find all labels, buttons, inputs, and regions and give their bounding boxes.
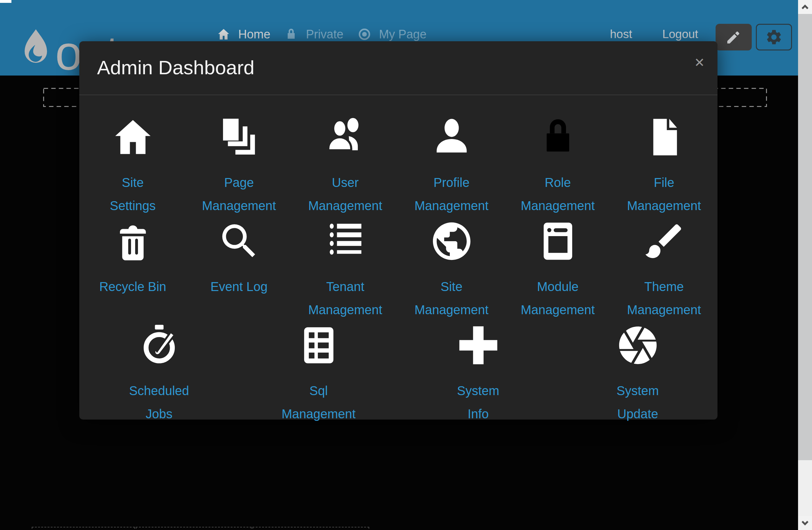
plus-icon [456,323,501,368]
pencil-icon [725,28,742,46]
tile-tenant-management[interactable]: Tenant Management [292,217,398,321]
tile-module-management[interactable]: Module Management [505,217,611,321]
aperture-icon [615,323,661,368]
tile-label: File Management [627,171,701,217]
timer-icon [137,323,182,368]
brand-logo[interactable]: oqtane [21,20,51,73]
nav-item-label: My Page [379,28,426,41]
nav-item-label: Home [238,28,270,41]
nav-item-label: Private [306,28,343,41]
tile-profile-management[interactable]: Profile Management [398,113,505,217]
tile-label: Sql Management [282,379,356,426]
lock-icon [284,27,298,41]
nav-item-home[interactable]: Home [217,27,270,41]
tiles-row-1: Site Settings Page Management User Manag… [79,113,717,217]
tiles-row-2: Recycle Bin Event Log Tenant Management … [79,217,717,321]
tile-site-settings[interactable]: Site Settings [79,113,186,217]
tile-event-log[interactable]: Event Log [186,217,292,321]
edit-mode-button[interactable] [715,24,752,51]
bottom-clipped-strip: 4555 X 155X0X 5150 451 00X [0,527,812,530]
tile-label: Event Log [210,275,267,298]
tile-label: User Management [308,171,382,217]
gear-icon [765,28,783,46]
home-icon [111,115,156,160]
people-icon [323,115,368,160]
trash-icon [111,219,156,264]
brush-icon [642,219,687,264]
person-icon [429,115,474,160]
tile-file-management[interactable]: File Management [611,113,717,217]
module-icon [535,219,580,264]
sqltable-icon [296,323,341,368]
tile-label: Site Management [415,275,489,321]
clipped-text: 5150 451 00X [140,528,191,530]
tile-label: Page Management [202,171,276,217]
tile-label: System Info [457,379,499,426]
lock-icon [535,115,580,160]
window-artifact [0,0,11,3]
modal-body: Site Settings Page Management User Manag… [79,95,717,426]
tile-label: Role Management [521,171,595,217]
screen: oqtane Home Private My Page host Logout [0,0,812,530]
tile-label: Recycle Bin [99,275,166,298]
nav-item-private[interactable]: Private [284,27,343,41]
scrollbar-thumb[interactable] [798,14,812,460]
admin-dashboard-modal: Admin Dashboard ✕ Site Settings Page Man… [79,41,717,419]
scroll-up-button[interactable] [798,0,812,14]
tile-label: Site Settings [110,171,156,217]
scroll-down-button[interactable] [798,516,812,530]
modal-header: Admin Dashboard ✕ [79,41,717,95]
close-icon[interactable]: ✕ [694,55,705,70]
tile-label: Profile Management [415,171,489,217]
tile-role-management[interactable]: Role Management [505,113,611,217]
vertical-scrollbar[interactable] [798,0,812,530]
tile-page-management[interactable]: Page Management [186,113,292,217]
list-icon [323,219,368,264]
globe-icon [429,219,474,264]
house-icon [217,27,231,41]
target-icon [358,27,372,41]
tile-scheduled-jobs[interactable]: Scheduled Jobs [79,321,239,426]
tile-system-update[interactable]: System Update [558,321,717,426]
search-icon [217,219,262,264]
chevron-down-icon [800,518,810,528]
nav-item-my-page[interactable]: My Page [358,27,426,41]
modal-title: Admin Dashboard [97,57,700,78]
bottom-placeholder-box [252,527,369,530]
logout-link[interactable]: Logout [662,28,698,41]
tile-theme-management[interactable]: Theme Management [611,217,717,321]
tile-site-management[interactable]: Site Management [398,217,505,321]
chevron-up-icon [800,2,810,12]
oqtane-drop-icon [21,20,51,73]
tile-recycle-bin[interactable]: Recycle Bin [79,217,186,321]
tile-label: Scheduled Jobs [129,379,189,426]
tiles-row-3: Scheduled Jobs Sql Management System Inf… [79,321,717,426]
user-link[interactable]: host [610,28,632,41]
tile-label: System Update [617,379,659,426]
tile-label: Tenant Management [308,275,382,321]
settings-button[interactable] [756,24,792,51]
clipped-text: 4555 X 155X0X [35,528,93,530]
tile-label: Module Management [521,275,595,321]
pages-icon [217,115,262,160]
file-icon [642,115,687,160]
bottom-placeholder-box: 5150 451 00X [136,527,251,530]
tile-sql-management[interactable]: Sql Management [239,321,398,426]
tile-label: Theme Management [627,275,701,321]
tile-system-info[interactable]: System Info [398,321,558,426]
tile-user-management[interactable]: User Management [292,113,398,217]
bottom-placeholder-box: 4555 X 155X0X [32,527,135,530]
